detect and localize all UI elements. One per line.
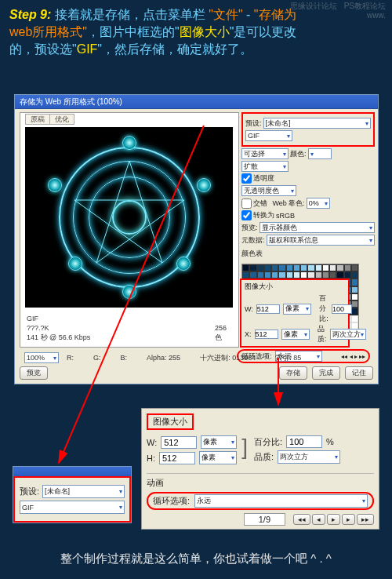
- height-input[interactable]: [159, 452, 195, 464]
- dialog-title: 存储为 Web 所用格式 (100%): [15, 95, 378, 109]
- link-brace: ]: [241, 433, 248, 467]
- play-button[interactable]: ▸: [327, 514, 340, 525]
- animation-label: 动画: [147, 477, 374, 489]
- percent-input[interactable]: [286, 435, 322, 448]
- zoom-select[interactable]: 100%: [24, 352, 59, 363]
- transparency-check[interactable]: [241, 173, 252, 184]
- footer-text: 整个制作过程就是这么简单，你也试着做一个吧 ^ . ^: [0, 552, 392, 566]
- image-size-group-small: 图像大小 W:像素 百分比: X:像素 品质:两次立方: [240, 279, 350, 348]
- svg-line-3: [96, 200, 184, 263]
- svg-line-4: [96, 161, 129, 263]
- last-frame-button[interactable]: ▸▸: [357, 514, 374, 525]
- image-preview: [25, 127, 233, 308]
- preset-select[interactable]: [未命名]: [263, 118, 371, 129]
- first-frame-button[interactable]: ◂◂: [293, 514, 310, 525]
- cancel-button[interactable]: 记住: [345, 366, 373, 380]
- image-size-title: 图像大小: [147, 413, 194, 430]
- quality-select[interactable]: 两次立方: [278, 450, 340, 464]
- save-for-web-dialog: 存储为 Web 所用格式 (100%) 原稿优化: [14, 94, 379, 384]
- preset-zoom: 预设:[未命名] GIF: [13, 466, 132, 523]
- preview-tabs[interactable]: 原稿优化: [25, 115, 74, 125]
- dialog-buttons: 预览 存储 完成 记住: [20, 365, 373, 381]
- svg-line-0: [129, 161, 162, 263]
- next-frame-button[interactable]: ▸: [342, 514, 355, 525]
- format-select-zoom[interactable]: GIF: [20, 501, 125, 514]
- width-input[interactable]: [161, 436, 197, 449]
- watermark: 思缘设计论坛 PS教程论坛 www.: [290, 2, 386, 20]
- interlaced-check[interactable]: [241, 198, 252, 209]
- frame-counter: 1/9: [244, 513, 285, 526]
- loop-option: 循环选项: 永远: [147, 492, 374, 510]
- dither-select[interactable]: 可选择: [241, 148, 289, 159]
- prev-frame-button[interactable]: ◂: [312, 514, 325, 525]
- preview-button[interactable]: 预览: [20, 366, 48, 380]
- loop-select[interactable]: 永远: [194, 494, 368, 508]
- preset-select-zoom[interactable]: [未命名]: [42, 485, 125, 498]
- height-input-sm[interactable]: [255, 330, 278, 339]
- frame-navigation: 1/9 ◂◂ ◂ ▸ ▸ ▸▸: [147, 513, 374, 526]
- save-button[interactable]: 存储: [279, 366, 307, 380]
- magic-circle-glyph: [51, 139, 208, 296]
- preview-info: GIF ???.?K 141 秒 @ 56.6 Kbps 256 色: [27, 314, 90, 342]
- step-label: Step 9:: [9, 8, 51, 21]
- svg-line-1: [74, 200, 162, 263]
- preview-panel: 原稿优化: [20, 112, 239, 348]
- image-size-zoom: 图像大小 W:像素 H:像素 ] 百分比:% 品质:两次立方 动画 循环选项: …: [141, 408, 379, 530]
- done-button[interactable]: 完成: [312, 366, 340, 380]
- width-input-sm[interactable]: [256, 304, 280, 314]
- format-select[interactable]: GIF: [245, 130, 292, 141]
